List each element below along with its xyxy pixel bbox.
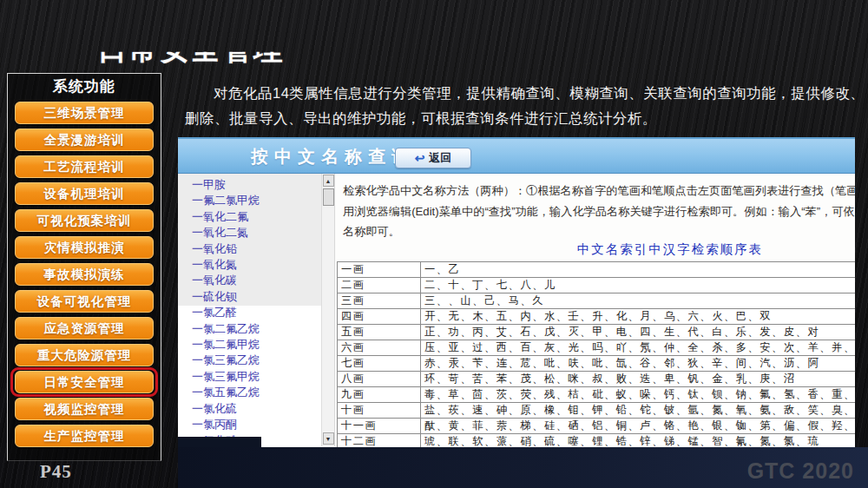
back-arrow-icon: ↩: [415, 152, 425, 164]
stroke-count-cell: 一画: [338, 261, 421, 277]
table-row: 五画正、功、丙、艾、石、戊、灭、甲、电、四、生、代、白、乐、发、皮、对: [338, 324, 856, 340]
list-item[interactable]: 一硫化钡: [192, 289, 334, 305]
sidebar-button[interactable]: 日常安全管理: [15, 371, 154, 393]
characters-cell: 开、无、木、五、内、水、壬、升、化、月、乌、六、火、巴、双: [421, 308, 856, 324]
sidebar-item-2: 全景漫游培训: [15, 129, 154, 151]
instruction-line: 用浏览器编辑(Edit)菜单中的“查找”功能，输入化学品名称关键字进行检索即可。…: [343, 201, 855, 222]
sidebar-item-13: 生产监控管理: [15, 425, 154, 447]
sidebar-item-9: 应急资源管理: [15, 317, 154, 340]
list-item[interactable]: 一氯二氟乙烷: [192, 321, 334, 337]
characters-cell: 盐、莰、速、砷、原、橡、钼、钾、铅、铊、铍、氩、氮、氧、氨、敌、笑、臭、害、沸、…: [421, 402, 856, 418]
scroll-down-icon[interactable]: ▼: [323, 432, 334, 445]
list-item[interactable]: 一氯丙酮: [192, 417, 334, 432]
search-help-content: 检索化学品中文名称方法（两种）：①根据名称首字的笔画和笔顺点击左页面笔画列表进行…: [336, 174, 855, 446]
sidebar-button[interactable]: 全景漫游培训: [15, 129, 154, 151]
scrollbar-thumb[interactable]: [323, 188, 334, 206]
stroke-count-cell: 十二画: [338, 433, 421, 447]
table-row: 十一画酞、黄、菲、萘、梯、硅、硒、铝、铜、卢、铬、艳、银、铷、第、偏、假、羟、粗…: [338, 418, 856, 433]
scroll-up-icon[interactable]: ▲: [323, 175, 334, 187]
table-row: 一画一、乙: [338, 261, 856, 277]
sidebar-button[interactable]: 应急资源管理: [15, 317, 154, 340]
sidebar-item-12: 视频监控管理: [15, 398, 154, 420]
sidebar-button[interactable]: 事故模拟演练: [15, 263, 154, 286]
list-item[interactable]: 一甲胺: [192, 177, 334, 193]
list-item[interactable]: 一氧化铅: [192, 241, 334, 257]
chemical-items: 一甲胺一氟二氯甲烷一氧化二氟一氧化二氮一氧化铅一氧化氮一氧化碳一硫化钡一氯乙醛一…: [178, 174, 334, 447]
sidebar-button[interactable]: 工艺流程培训: [15, 155, 154, 178]
stroke-index-table-body: 一画一、乙二画二、十、丁、七、八、儿三画三、、山、己、马、久四画开、无、木、五、…: [338, 261, 856, 447]
description-line-2: 删除、批量导入、导出的维护功能，可根据查询条件进行汇总统计分析。: [185, 106, 860, 131]
sidebar-item-3: 工艺流程培训: [15, 155, 154, 178]
stroke-count-cell: 四画: [338, 308, 421, 324]
stroke-index-table: 一画一、乙二画二、十、丁、七、八、儿三画三、、山、己、马、久四画开、无、木、五、…: [337, 261, 855, 448]
list-item[interactable]: 一氯乙醛: [192, 305, 334, 320]
sidebar-button[interactable]: 可视化预案培训: [15, 209, 154, 232]
stroke-count-cell: 六画: [338, 340, 421, 355]
table-row: 八画环、苛、苦、苯、茂、松、咪、叔、败、迭、卑、钒、金、乳、庚、沼: [338, 371, 856, 386]
app-title: 按中文名称查询: [251, 145, 415, 168]
table-row: 七画赤、汞、苄、连、苊、吡、呋、吡、氙、谷、邻、狄、辛、间、汽、沥、阿: [338, 355, 856, 371]
instruction-line: 检索化学品中文名称方法（两种）：①根据名称首字的笔画和笔顺点击左页面笔画列表进行…: [343, 181, 855, 201]
gtc-2020-logo: GTC 2020: [747, 458, 854, 484]
list-item[interactable]: 一氧化碳: [192, 273, 334, 288]
sidebar-header: 系统功能: [8, 74, 161, 98]
sidebar-item-11: 日常安全管理: [15, 371, 154, 393]
sidebar-panel: 系统功能 三维场景管理全景漫游培训工艺流程培训设备机理培训可视化预案培训灾情模拟…: [7, 73, 161, 461]
list-item[interactable]: 一氧化二氟: [192, 209, 334, 225]
instruction-line: 名称即可。: [343, 221, 855, 242]
presentation-slide: 日常安全管理 系统功能 三维场景管理全景漫游培训工艺流程培训设备机理培训可视化预…: [0, 0, 868, 488]
table-row: 三画三、、山、己、马、久: [338, 293, 856, 308]
sidebar-button[interactable]: 视频监控管理: [15, 398, 154, 420]
stroke-count-cell: 七画: [338, 355, 421, 371]
list-scrollbar[interactable]: ▲ ▼: [321, 174, 334, 446]
slide-title-partial: 日常安全管理: [97, 30, 285, 69]
sidebar-button[interactable]: 生产监控管理: [15, 425, 154, 447]
list-item[interactable]: 一氯三氟乙烷: [192, 353, 334, 368]
search-instructions: 检索化学品中文名称方法（两种）：①根据名称首字的笔画和笔顺点击左页面笔画列表进行…: [343, 181, 855, 242]
characters-cell: 压、亚、过、西、百、灰、光、吗、吖、氖、仲、全、杀、多、安、次、羊、并、异、防、…: [421, 340, 856, 355]
sidebar-button[interactable]: 设备机理培训: [15, 182, 154, 205]
list-item[interactable]: 一氧化氮: [192, 257, 334, 273]
sidebar-item-5: 可视化预案培训: [15, 209, 154, 232]
characters-cell: 一、乙: [421, 261, 856, 277]
characters-cell: 三、、山、己、马、久: [421, 293, 856, 308]
list-item[interactable]: 一氟二氯甲烷: [192, 193, 334, 208]
sidebar-button[interactable]: 灾情模拟推演: [15, 236, 154, 259]
characters-cell: 琥、联、软、蒎、硝、硫、噻、锂、锆、锌、锑、锰、智、氰、氮、氯、琉: [421, 433, 856, 447]
table-row: 四画开、无、木、五、内、水、壬、升、化、月、乌、六、火、巴、双: [338, 308, 856, 324]
stroke-count-cell: 九画: [338, 386, 421, 402]
characters-cell: 正、功、丙、艾、石、戊、灭、甲、电、四、生、代、白、乐、发、皮、对: [421, 324, 856, 340]
characters-cell: 赤、汞、苄、连、苊、吡、呋、吡、氙、谷、邻、狄、辛、间、汽、沥、阿: [421, 355, 856, 371]
characters-cell: 二、十、丁、七、八、儿: [421, 277, 856, 293]
index-table-title: 中文名索引中汉字检索顺序表: [336, 241, 855, 258]
sidebar-item-4: 设备机理培训: [15, 182, 154, 205]
sidebar-item-7: 事故模拟演练: [15, 263, 154, 286]
list-item[interactable]: 一氯二氟甲烷: [192, 337, 334, 353]
sidebar-button[interactable]: 重大危险源管理: [15, 344, 154, 366]
stroke-count-cell: 三画: [338, 293, 421, 308]
stroke-count-cell: 二画: [338, 277, 421, 293]
table-row: 六画压、亚、过、西、百、灰、光、吗、吖、氖、仲、全、杀、多、安、次、羊、并、异、…: [338, 340, 856, 355]
slide-description: 对危化品14类属性信息进行分类管理，提供精确查询、模糊查询、关联查询的查询功能，…: [185, 81, 860, 131]
sidebar-button[interactable]: 设备可视化管理: [15, 290, 154, 313]
list-item[interactable]: 一氧化二氮: [192, 225, 334, 241]
table-row: 九画毒、草、茴、茨、荧、残、桔、砒、蚁、哚、钙、钛、钡、钠、氟、氢、香、重、保、…: [338, 386, 856, 402]
app-screenshot: 按中文名称查询 ↩ 返回 一甲胺一氟二氯甲烷一氧化二氟一氧化二氮一氧化铅一氧化氮…: [178, 137, 855, 447]
table-row: 二画二、十、丁、七、八、儿: [338, 277, 856, 293]
back-button[interactable]: ↩ 返回: [395, 148, 471, 168]
app-header-bar: 按中文名称查询 ↩ 返回: [178, 137, 855, 174]
characters-cell: 环、苛、苦、苯、茂、松、咪、叔、败、迭、卑、钒、金、乳、庚、沼: [421, 371, 856, 386]
stroke-count-cell: 五画: [338, 324, 421, 340]
characters-cell: 酞、黄、菲、萘、梯、硅、硒、铝、铜、卢、铬、艳、银、铷、第、偏、假、羟、粗、烯、…: [421, 418, 856, 433]
characters-cell: 毒、草、茴、茨、荧、残、桔、砒、蚁、哚、钙、钛、钡、钠、氟、氢、香、重、保、胂、…: [421, 386, 856, 402]
sidebar-button[interactable]: 三维场景管理: [15, 102, 154, 124]
list-item[interactable]: 一氯五氟乙烷: [192, 385, 334, 400]
list-item[interactable]: 一氯三氟甲烷: [192, 369, 334, 385]
back-button-label: 返回: [429, 150, 451, 166]
list-item[interactable]: 一氯化硫: [192, 401, 334, 417]
stroke-count-cell: 十一画: [338, 418, 421, 433]
sidebar-item-10: 重大危险源管理: [15, 344, 154, 366]
table-row: 十二画琥、联、软、蒎、硝、硫、噻、锂、锆、锌、锑、锰、智、氰、氮、氯、琉: [338, 433, 856, 447]
page-number: P45: [40, 461, 72, 483]
stroke-count-cell: 八画: [338, 371, 421, 386]
